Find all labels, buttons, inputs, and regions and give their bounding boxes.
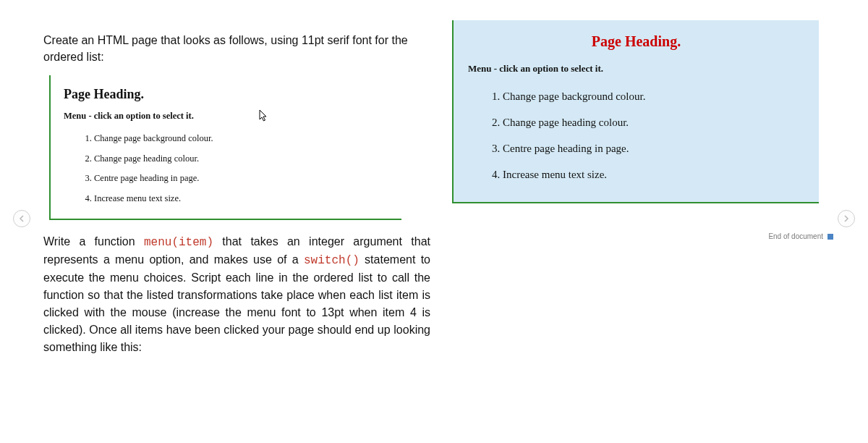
example-before: Page Heading. Menu - click an option to … bbox=[49, 75, 401, 220]
end-of-document-marker: End of document bbox=[768, 232, 833, 240]
code-switch: switch() bbox=[304, 254, 359, 267]
after-item-2: Change page heading colour. bbox=[503, 109, 804, 135]
before-menu-list: Change page background colour. Change pa… bbox=[64, 129, 388, 208]
chevron-right-icon bbox=[843, 215, 849, 222]
after-item-3: Centre page heading in page. bbox=[503, 135, 804, 161]
prev-page-button[interactable] bbox=[13, 210, 30, 227]
cursor-icon bbox=[259, 109, 269, 122]
intro-text: Create an HTML page that looks as follow… bbox=[43, 32, 430, 65]
after-heading: Page Heading. bbox=[468, 33, 804, 50]
example-after: Page Heading. Menu - click an option to … bbox=[452, 20, 819, 203]
left-column: Create an HTML page that looks as follow… bbox=[43, 20, 430, 368]
before-item-4: Increase menu text size. bbox=[94, 189, 388, 209]
before-item-2: Change page heading colour. bbox=[94, 149, 388, 169]
code-menu: menu(item) bbox=[144, 236, 213, 249]
end-square-icon bbox=[827, 234, 833, 240]
task-body: Write a function menu(item) that takes a… bbox=[43, 233, 430, 356]
before-menu-label: Menu - click an option to select it. bbox=[64, 111, 388, 122]
after-item-4: Increase menu text size. bbox=[503, 161, 804, 187]
before-heading: Page Heading. bbox=[64, 87, 388, 102]
right-column: Page Heading. Menu - click an option to … bbox=[452, 20, 839, 368]
after-menu-list: Change page background colour. Change pa… bbox=[468, 83, 804, 187]
after-item-1: Change page background colour. bbox=[503, 83, 804, 109]
chevron-left-icon bbox=[19, 215, 25, 222]
before-item-3: Centre page heading in page. bbox=[94, 169, 388, 189]
after-menu-label: Menu - click an option to select it. bbox=[468, 63, 804, 75]
before-item-1: Change page background colour. bbox=[94, 129, 388, 149]
next-page-button[interactable] bbox=[838, 210, 855, 227]
